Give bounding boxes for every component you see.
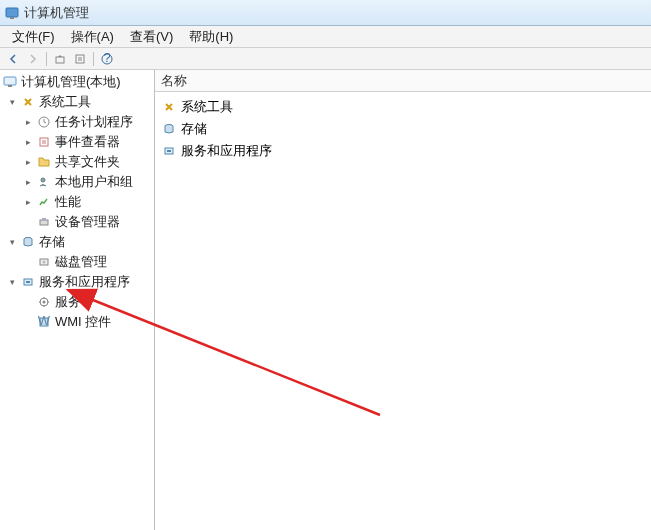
menu-action[interactable]: 操作(A) bbox=[63, 26, 122, 48]
expand-toggle[interactable]: ▾ bbox=[6, 236, 18, 248]
svg-rect-2 bbox=[56, 57, 64, 63]
expand-toggle[interactable]: ▸ bbox=[22, 196, 34, 208]
computer-icon bbox=[2, 75, 18, 89]
tree-performance[interactable]: ▸ 性能 bbox=[0, 192, 154, 212]
list-header[interactable]: 名称 bbox=[155, 70, 651, 92]
storage-icon bbox=[20, 235, 36, 249]
tree-panel[interactable]: 计算机管理(本地) ▾ 系统工具 ▸ 任务计划程序 ▸ 事件查看器 ▸ 共享文件… bbox=[0, 70, 155, 530]
list-item[interactable]: 服务和应用程序 bbox=[157, 140, 649, 162]
window-title: 计算机管理 bbox=[24, 4, 89, 22]
tree-system-tools[interactable]: ▾ 系统工具 bbox=[0, 92, 154, 112]
properties-button[interactable] bbox=[71, 51, 89, 67]
list-item-label: 存储 bbox=[181, 120, 207, 138]
svg-rect-28 bbox=[167, 150, 171, 152]
tree-event-viewer[interactable]: ▸ 事件查看器 bbox=[0, 132, 154, 152]
tree-label: 性能 bbox=[55, 193, 81, 211]
tree-local-users[interactable]: ▸ 本地用户和组 bbox=[0, 172, 154, 192]
users-icon bbox=[36, 175, 52, 189]
svg-rect-11 bbox=[40, 138, 48, 146]
svg-rect-16 bbox=[42, 218, 46, 220]
folder-share-icon bbox=[36, 155, 52, 169]
tree-label: 系统工具 bbox=[39, 93, 91, 111]
help-button[interactable]: ? bbox=[98, 51, 116, 67]
column-name[interactable]: 名称 bbox=[161, 72, 187, 90]
forward-button[interactable] bbox=[24, 51, 42, 67]
svg-rect-3 bbox=[76, 55, 84, 63]
tree-services-apps[interactable]: ▾ 服务和应用程序 bbox=[0, 272, 154, 292]
svg-point-23 bbox=[43, 301, 46, 304]
app-icon bbox=[4, 5, 20, 21]
list-item[interactable]: 系统工具 bbox=[157, 96, 649, 118]
tree-disk-management[interactable]: 磁盘管理 bbox=[0, 252, 154, 272]
svg-point-14 bbox=[41, 178, 45, 182]
services-apps-icon bbox=[20, 275, 36, 289]
svg-text:?: ? bbox=[103, 53, 110, 65]
expand-toggle[interactable]: ▾ bbox=[6, 96, 18, 108]
device-icon bbox=[36, 215, 52, 229]
services-apps-icon bbox=[161, 144, 177, 158]
tree-label: 磁盘管理 bbox=[55, 253, 107, 271]
wmi-icon: W bbox=[36, 315, 52, 329]
titlebar: 计算机管理 bbox=[0, 0, 651, 26]
toolbar-divider bbox=[46, 52, 47, 66]
menu-help[interactable]: 帮助(H) bbox=[181, 26, 241, 48]
expand-toggle[interactable]: ▸ bbox=[22, 136, 34, 148]
tree-storage[interactable]: ▾ 存储 bbox=[0, 232, 154, 252]
storage-icon bbox=[161, 122, 177, 136]
content-area: 计算机管理(本地) ▾ 系统工具 ▸ 任务计划程序 ▸ 事件查看器 ▸ 共享文件… bbox=[0, 70, 651, 530]
menu-view[interactable]: 查看(V) bbox=[122, 26, 181, 48]
tools-icon bbox=[161, 100, 177, 114]
event-icon bbox=[36, 135, 52, 149]
tree-label: 存储 bbox=[39, 233, 65, 251]
tree-label: 事件查看器 bbox=[55, 133, 120, 151]
tools-icon bbox=[20, 95, 36, 109]
performance-icon bbox=[36, 195, 52, 209]
tree-device-manager[interactable]: 设备管理器 bbox=[0, 212, 154, 232]
clock-icon bbox=[36, 115, 52, 129]
svg-rect-0 bbox=[6, 8, 18, 17]
tree-label: 设备管理器 bbox=[55, 213, 120, 231]
svg-rect-1 bbox=[10, 17, 14, 19]
tree-wmi-control[interactable]: W WMI 控件 bbox=[0, 312, 154, 332]
list-item-label: 服务和应用程序 bbox=[181, 142, 272, 160]
svg-point-19 bbox=[43, 261, 46, 264]
disk-icon bbox=[36, 255, 52, 269]
svg-text:W: W bbox=[38, 316, 50, 328]
tree-task-scheduler[interactable]: ▸ 任务计划程序 bbox=[0, 112, 154, 132]
svg-rect-9 bbox=[8, 85, 12, 87]
list-body: 系统工具 存储 服务和应用程序 bbox=[155, 92, 651, 166]
toolbar-divider-2 bbox=[93, 52, 94, 66]
back-button[interactable] bbox=[4, 51, 22, 67]
tree-label: 服务 bbox=[55, 293, 81, 311]
gear-icon bbox=[36, 295, 52, 309]
menu-file[interactable]: 文件(F) bbox=[4, 26, 63, 48]
tree-label: 共享文件夹 bbox=[55, 153, 120, 171]
list-panel: 名称 系统工具 存储 服务和应用程序 bbox=[155, 70, 651, 530]
up-button[interactable] bbox=[51, 51, 69, 67]
svg-rect-8 bbox=[4, 77, 16, 85]
tree-label: 本地用户和组 bbox=[55, 173, 133, 191]
expand-toggle[interactable]: ▸ bbox=[22, 156, 34, 168]
expand-toggle[interactable]: ▾ bbox=[6, 276, 18, 288]
tree-root[interactable]: 计算机管理(本地) bbox=[0, 72, 154, 92]
tree-label: WMI 控件 bbox=[55, 313, 111, 331]
menubar: 文件(F) 操作(A) 查看(V) 帮助(H) bbox=[0, 26, 651, 48]
expand-toggle[interactable]: ▸ bbox=[22, 116, 34, 128]
tree-label: 服务和应用程序 bbox=[39, 273, 130, 291]
tree-root-label: 计算机管理(本地) bbox=[21, 73, 121, 91]
tree-shared-folders[interactable]: ▸ 共享文件夹 bbox=[0, 152, 154, 172]
tree-label: 任务计划程序 bbox=[55, 113, 133, 131]
svg-rect-15 bbox=[40, 220, 48, 225]
tree-services[interactable]: 服务 bbox=[0, 292, 154, 312]
toolbar: ? bbox=[0, 48, 651, 70]
list-item-label: 系统工具 bbox=[181, 98, 233, 116]
svg-rect-21 bbox=[26, 281, 30, 283]
list-item[interactable]: 存储 bbox=[157, 118, 649, 140]
expand-toggle[interactable]: ▸ bbox=[22, 176, 34, 188]
